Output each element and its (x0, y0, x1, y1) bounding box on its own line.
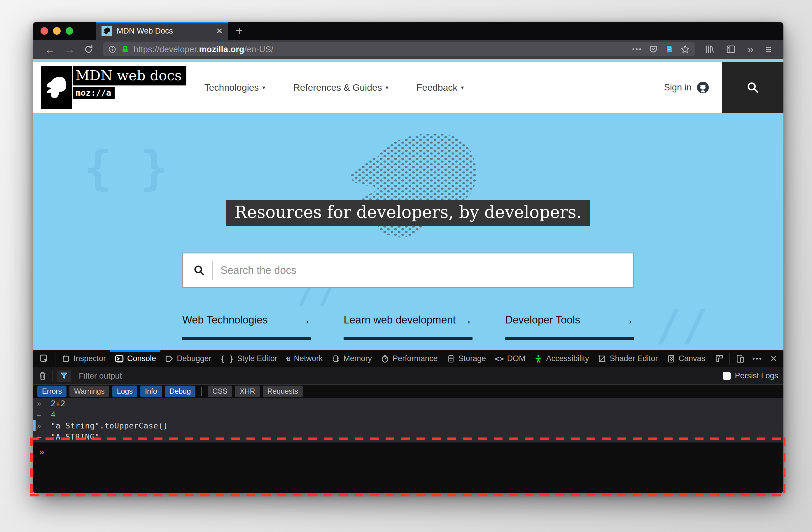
toolbar-separator (729, 353, 730, 364)
forward-button[interactable]: → (60, 44, 79, 55)
header-search-button[interactable] (722, 62, 783, 113)
link-label: Web Technologies (182, 314, 268, 326)
clear-console-trash-icon[interactable] (38, 371, 47, 380)
pocket-icon[interactable] (649, 45, 658, 54)
arrows-updown-icon: ⇅ (286, 354, 291, 363)
persist-logs-checkbox[interactable] (723, 372, 730, 380)
nav-item-label: Feedback (417, 82, 458, 93)
link-developer-tools[interactable]: Developer Tools → (505, 314, 634, 340)
link-learn-web-development[interactable]: Learn web development → (344, 314, 472, 340)
devtools-tab-memory[interactable]: Memory (327, 350, 376, 367)
filter-xhr-button[interactable]: XHR (235, 386, 260, 397)
mdn-logo[interactable]: MDN web docs moz://a (41, 66, 186, 109)
toolbar-separator (55, 353, 55, 364)
devtools-tab-dom[interactable]: <> DOM (490, 350, 530, 367)
result-arrow-icon: ← (37, 411, 51, 419)
inspector-icon (61, 354, 70, 363)
hero-links: Web Technologies → Learn web development… (182, 314, 634, 340)
hamburger-menu-icon[interactable]: ≡ (761, 44, 776, 55)
nav-item-references-guides[interactable]: References & Guides ▾ (293, 82, 389, 93)
console-row-input[interactable]: » "a String".toUpperCase() (33, 420, 783, 431)
page-action-icons: ••• (632, 44, 690, 54)
screenshot-note-icon[interactable] (664, 45, 674, 54)
reload-button[interactable] (79, 44, 98, 54)
filter-debug-button[interactable]: Debug (165, 386, 196, 397)
mdn-header-right: Sign in (664, 62, 783, 113)
filter-warnings-button[interactable]: Warnings (69, 386, 110, 397)
docs-search-input[interactable] (220, 264, 623, 276)
hero-search-box[interactable] (182, 253, 634, 288)
minimize-window-button[interactable] (53, 27, 61, 35)
arrow-right-icon: → (299, 314, 311, 326)
devtools-tab-storage[interactable]: Storage (442, 350, 491, 367)
devtools-tab-style-editor[interactable]: { } Style Editor (216, 350, 282, 367)
overflow-chevrons-icon[interactable]: » (743, 44, 758, 55)
new-tab-button[interactable]: + (228, 22, 250, 40)
tab-label: Network (294, 354, 323, 363)
nav-item-technologies[interactable]: Technologies ▾ (204, 82, 265, 93)
devtools-tab-inspector[interactable]: Inspector (57, 350, 110, 367)
https-lock-icon[interactable] (121, 45, 130, 54)
tab-label: Performance (393, 354, 438, 363)
console-input-area[interactable]: » (33, 443, 783, 493)
console-row-result[interactable]: ← 4 (33, 409, 783, 420)
zoom-window-button[interactable] (66, 27, 73, 35)
tab-close-icon[interactable]: ✕ (216, 26, 223, 36)
site-info-icon[interactable] (108, 45, 117, 54)
element-picker-icon[interactable] (35, 350, 53, 367)
devtools-tab-performance[interactable]: Performance (376, 350, 442, 367)
library-icon[interactable] (700, 44, 719, 54)
page-actions-icon[interactable]: ••• (632, 45, 642, 53)
link-web-technologies[interactable]: Web Technologies → (182, 314, 311, 340)
stopwatch-icon (381, 354, 389, 363)
tab-label: Canvas (679, 354, 706, 363)
filter-separator (52, 371, 53, 381)
nav-item-feedback[interactable]: Feedback ▾ (417, 82, 464, 93)
memory-chip-icon (331, 354, 340, 363)
filter-buttons-separator (201, 387, 202, 396)
console-output[interactable]: » 2+2 ← 4 » "a String".toUpperCase() ← "… (33, 398, 783, 443)
filter-info-button[interactable]: Info (140, 386, 162, 397)
browser-tab-mdn[interactable]: MDN Web Docs ✕ (96, 22, 228, 40)
link-label: Developer Tools (505, 314, 580, 326)
console-row-input[interactable]: » 2+2 (33, 398, 783, 409)
filter-errors-button[interactable]: Errors (37, 386, 67, 397)
console-row-result[interactable]: ← "A STRING" (33, 431, 783, 443)
devtools-tab-debugger[interactable]: Debugger (160, 350, 216, 367)
sign-in-link[interactable]: Sign in (664, 82, 692, 93)
devtools-tab-canvas[interactable]: Canvas (662, 350, 710, 367)
devtools-tab-shader-editor[interactable]: Shader Editor (593, 350, 662, 367)
sidebar-icon[interactable] (722, 44, 740, 54)
search-divider (212, 261, 213, 280)
bookmark-star-icon[interactable] (680, 44, 690, 54)
filter-logs-button[interactable]: Logs (112, 386, 137, 397)
hero-title: Resources for developers, by developers. (226, 200, 590, 226)
devtools-tab-network[interactable]: ⇅ Network (282, 350, 327, 367)
console-expression: 2+2 (51, 399, 65, 408)
ghost-slashes-glyph: // (655, 300, 708, 350)
devtools-tab-accessibility[interactable]: Accessibility (530, 350, 593, 367)
debugger-icon (165, 354, 174, 363)
console-icon (115, 354, 124, 363)
shader-square-icon (598, 354, 606, 363)
measuring-ruler-icon[interactable] (711, 350, 728, 367)
filter-css-button[interactable]: CSS (208, 386, 232, 397)
devtools-tab-console[interactable]: Console (110, 350, 160, 367)
responsive-design-icon[interactable] (732, 350, 749, 367)
close-window-button[interactable] (41, 27, 48, 35)
url-text[interactable]: https://developer.mozilla.org/en-US/ (134, 45, 628, 54)
input-chevrons-icon: » (37, 399, 51, 408)
devtools-options-icon[interactable]: ••• (749, 350, 766, 367)
input-chevrons-icon: » (37, 421, 51, 430)
filter-requests-button[interactable]: Requests (263, 386, 303, 397)
mdn-nav: Technologies ▾ References & Guides ▾ Fee… (204, 82, 464, 93)
url-bar[interactable]: https://developer.mozilla.org/en-US/ ••• (103, 42, 695, 56)
browser-window: MDN Web Docs ✕ + ← → https://developer.m… (33, 22, 783, 493)
github-icon[interactable] (696, 81, 710, 94)
devtools-close-icon[interactable]: ✕ (766, 350, 781, 367)
nav-item-label: Technologies (204, 82, 259, 93)
filter-output-input[interactable]: Filter output (79, 371, 122, 380)
tab-label: Style Editor (237, 354, 277, 363)
back-button[interactable]: ← (40, 44, 60, 55)
filter-funnel-icon[interactable] (57, 370, 71, 382)
